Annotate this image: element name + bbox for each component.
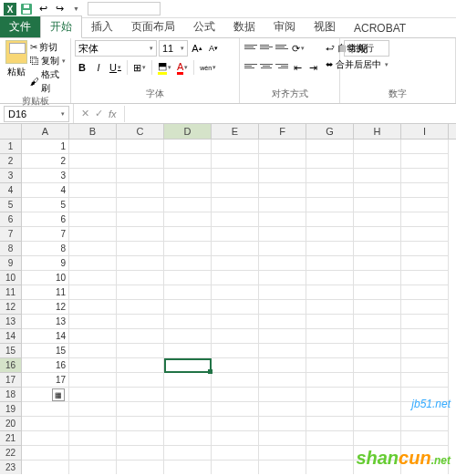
- cancel-formula-icon[interactable]: ✕: [81, 108, 89, 119]
- row-header-23[interactable]: 23: [0, 460, 21, 474]
- cell-B8[interactable]: [69, 242, 117, 256]
- cell-I9[interactable]: [401, 256, 449, 271]
- cell-D13[interactable]: [164, 315, 212, 329]
- tab-acrobat[interactable]: ACROBAT: [345, 19, 415, 37]
- cell-D6[interactable]: [164, 212, 212, 227]
- tab-data[interactable]: 数据: [224, 16, 264, 37]
- tab-insert[interactable]: 插入: [82, 16, 122, 37]
- cell-A10[interactable]: 10: [22, 271, 69, 285]
- cell-I5[interactable]: [401, 198, 449, 212]
- cell-F11[interactable]: [259, 285, 306, 300]
- row-header-19[interactable]: 19: [0, 402, 21, 417]
- cell-C3[interactable]: [117, 169, 164, 183]
- cell-D18[interactable]: [164, 388, 212, 402]
- cell-F4[interactable]: [259, 183, 306, 198]
- cell-A22[interactable]: [22, 446, 69, 460]
- cell-B6[interactable]: [69, 212, 117, 227]
- row-header-16[interactable]: 16: [0, 358, 21, 373]
- col-header-I[interactable]: I: [401, 124, 449, 139]
- cell-E14[interactable]: [212, 329, 259, 344]
- row-header-4[interactable]: 4: [0, 183, 21, 198]
- align-center-button[interactable]: [259, 59, 274, 72]
- cell-C14[interactable]: [117, 329, 164, 344]
- cell-G13[interactable]: [306, 315, 354, 329]
- cell-C16[interactable]: [117, 358, 164, 373]
- cell-C13[interactable]: [117, 315, 164, 329]
- col-header-F[interactable]: F: [259, 124, 306, 139]
- cell-F6[interactable]: [259, 212, 306, 227]
- select-all-corner[interactable]: [0, 124, 22, 140]
- cell-E13[interactable]: [212, 315, 259, 329]
- cell-F21[interactable]: [259, 431, 306, 446]
- cell-H14[interactable]: [354, 329, 401, 344]
- cell-A13[interactable]: 13: [22, 315, 69, 329]
- row-header-12[interactable]: 12: [0, 300, 21, 315]
- row-header-10[interactable]: 10: [0, 271, 21, 285]
- cell-G14[interactable]: [306, 329, 354, 344]
- cell-H13[interactable]: [354, 315, 401, 329]
- row-header-2[interactable]: 2: [0, 154, 21, 169]
- col-header-H[interactable]: H: [354, 124, 401, 139]
- cell-B4[interactable]: [69, 183, 117, 198]
- cell-C18[interactable]: [117, 388, 164, 402]
- cell-I20[interactable]: [401, 417, 449, 431]
- cell-G10[interactable]: [306, 271, 354, 285]
- cell-H8[interactable]: [354, 242, 401, 256]
- cell-E10[interactable]: [212, 271, 259, 285]
- cell-G3[interactable]: [306, 169, 354, 183]
- cell-A1[interactable]: 1: [22, 140, 69, 154]
- cell-I15[interactable]: [401, 344, 449, 358]
- cell-D15[interactable]: [164, 344, 212, 358]
- qat-input[interactable]: [88, 2, 161, 16]
- row-header-5[interactable]: 5: [0, 198, 21, 212]
- increase-font-button[interactable]: A▴: [190, 40, 204, 57]
- cell-C11[interactable]: [117, 285, 164, 300]
- cell-H11[interactable]: [354, 285, 401, 300]
- cell-D9[interactable]: [164, 256, 212, 271]
- cell-A2[interactable]: 2: [22, 154, 69, 169]
- cell-E18[interactable]: [212, 388, 259, 402]
- cell-H1[interactable]: [354, 140, 401, 154]
- col-header-E[interactable]: E: [212, 124, 259, 139]
- row-header-15[interactable]: 15: [0, 344, 21, 358]
- tab-review[interactable]: 审阅: [264, 16, 305, 37]
- col-header-B[interactable]: B: [69, 124, 117, 139]
- save-icon[interactable]: [19, 2, 34, 16]
- cell-G12[interactable]: [306, 300, 354, 315]
- formula-bar[interactable]: [124, 106, 456, 122]
- cell-F15[interactable]: [259, 344, 306, 358]
- increase-indent-button[interactable]: ⇥: [306, 59, 320, 76]
- cell-G2[interactable]: [306, 154, 354, 169]
- cell-B22[interactable]: [69, 446, 117, 460]
- align-right-button[interactable]: [275, 59, 289, 72]
- cell-H4[interactable]: [354, 183, 401, 198]
- cell-A7[interactable]: 7: [22, 227, 69, 242]
- cell-C12[interactable]: [117, 300, 164, 315]
- cell-E11[interactable]: [212, 285, 259, 300]
- cell-F2[interactable]: [259, 154, 306, 169]
- cell-F10[interactable]: [259, 271, 306, 285]
- cell-C6[interactable]: [117, 212, 164, 227]
- cell-A15[interactable]: 15: [22, 344, 69, 358]
- cell-I6[interactable]: [401, 212, 449, 227]
- cell-A8[interactable]: 8: [22, 242, 69, 256]
- cell-C8[interactable]: [117, 242, 164, 256]
- row-header-6[interactable]: 6: [0, 212, 21, 227]
- cell-B1[interactable]: [69, 140, 117, 154]
- bold-button[interactable]: B: [75, 59, 89, 76]
- cell-E9[interactable]: [212, 256, 259, 271]
- cell-E17[interactable]: [212, 373, 259, 388]
- cell-C20[interactable]: [117, 417, 164, 431]
- cell-F12[interactable]: [259, 300, 306, 315]
- cell-A21[interactable]: [22, 431, 69, 446]
- cell-F7[interactable]: [259, 227, 306, 242]
- cell-D12[interactable]: [164, 300, 212, 315]
- cell-D17[interactable]: [164, 373, 212, 388]
- cell-C9[interactable]: [117, 256, 164, 271]
- cell-B5[interactable]: [69, 198, 117, 212]
- cell-H6[interactable]: [354, 212, 401, 227]
- cell-A23[interactable]: [22, 460, 69, 474]
- cell-A20[interactable]: [22, 417, 69, 431]
- cell-H10[interactable]: [354, 271, 401, 285]
- decrease-indent-button[interactable]: ⇤: [290, 59, 305, 76]
